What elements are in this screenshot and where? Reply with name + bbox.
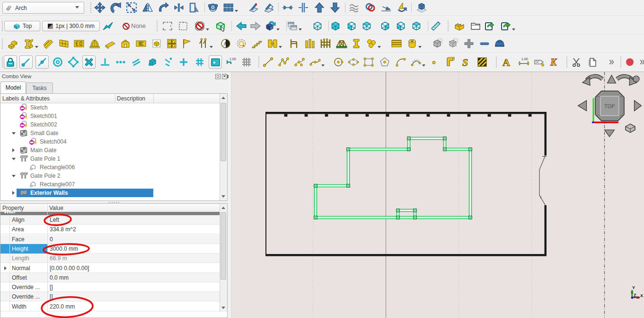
svg-text:TOP: TOP [604, 103, 615, 109]
svg-text:A: A [223, 41, 227, 46]
svg-text:A: A [503, 56, 510, 68]
svg-text:1.00: 1.00 [229, 57, 236, 61]
svg-text:Y: Y [632, 285, 635, 290]
svg-text:K: K [550, 57, 557, 67]
svg-text:S: S [462, 56, 468, 68]
svg-text:X: X [640, 293, 643, 298]
svg-text:1.00: 1.00 [521, 57, 528, 61]
